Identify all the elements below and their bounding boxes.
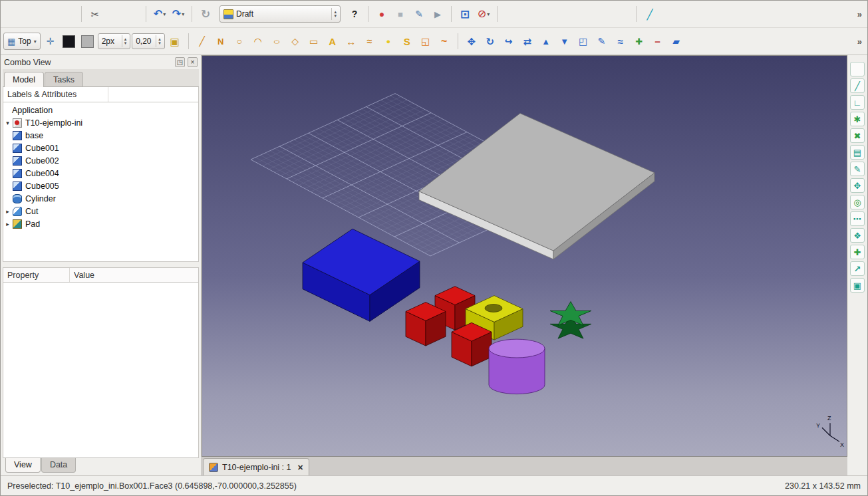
tree-item-label: base (25, 131, 43, 140)
panel-splitter[interactable] (3, 262, 199, 267)
autogroup-icon: ▣ (170, 37, 180, 47)
tab-view[interactable]: View (5, 458, 41, 473)
toolbar-separator (497, 6, 498, 22)
tree-item-label: T10-ejemplo-ini (25, 118, 82, 128)
expander-icon[interactable]: ▸ (3, 208, 12, 215)
object-green-star[interactable] (550, 302, 591, 339)
object-gray-plate[interactable] (419, 113, 654, 259)
tab-data[interactable]: Data (41, 458, 76, 473)
tree-item-icon (13, 118, 22, 128)
toolbar-glyph: ↔ (346, 37, 356, 47)
toolbar-separator (192, 6, 192, 22)
toolbar-glyph: ? (352, 9, 358, 19)
toolbar-glyph: ▲ (541, 37, 550, 46)
property-view-tabs: View Data (3, 458, 199, 475)
property-column-header[interactable]: Property (3, 268, 70, 282)
main-area: Combo View ◳ × Model Tasks Labels & Attr… (1, 55, 867, 475)
combo-spinner-icon[interactable] (331, 8, 337, 20)
toolbar-overflow-icon[interactable]: » (855, 9, 865, 19)
object-red-cube-front[interactable] (452, 322, 492, 366)
freecad-window: ✂ ↶▾↷▾ ↻ Draft ? ●■✎▶ ⊡⊘▾ ╱ (0, 0, 868, 496)
tree-item-label: Cube001 (25, 144, 59, 153)
view-dimensions: 230.21 x 143.52 mm (785, 481, 861, 491)
status-message: Preselected: T10_ejemplo_ini.Box001.Face… (7, 481, 785, 491)
tab-model[interactable]: Model (4, 72, 44, 87)
draft-modify-group: ✥↻↪⇄▲▼◰✎≈✚−▰ (463, 33, 685, 50)
toolbar-glyph: N (217, 37, 223, 46)
close-icon[interactable]: × (298, 462, 303, 473)
toolbar-glyph: ╱ (199, 37, 204, 46)
tree-item-icon (13, 219, 22, 229)
property-table-body (3, 283, 199, 458)
autogroup-button[interactable]: ▣ (166, 33, 184, 50)
toolbar-separator (81, 6, 82, 22)
toolbar-glyph: ✎ (598, 37, 606, 46)
tree-item-label: Cube002 (25, 156, 59, 166)
combo-tabs: Model Tasks (3, 69, 199, 87)
face-color-swatch[interactable] (79, 33, 96, 50)
toolbar-separator (188, 33, 189, 49)
toolbar-separator (458, 33, 458, 49)
tree-item-icon (13, 194, 22, 203)
panel-title: Combo View (4, 58, 172, 67)
toolbar-glyph: ▶ (434, 10, 441, 19)
object-blue-box[interactable] (303, 229, 420, 321)
toolbar-separator (451, 6, 452, 22)
toolbar-glyph: ⊡ (460, 9, 470, 20)
toolbar-glyph: ✖ (854, 132, 861, 140)
right-toolbar: ╱∟✱✖▤✎✥◎⋯❖✚↗▣ (847, 55, 867, 475)
status-bar: Preselected: T10_ejemplo_ini.Box001.Face… (1, 475, 867, 495)
spinner-icon[interactable] (122, 35, 127, 47)
macro-toolbar-group: ●■✎▶ (373, 5, 446, 23)
tree-item-icon (13, 144, 22, 153)
tab-tasks[interactable]: Tasks (45, 72, 83, 86)
property-table-header: Property Value (3, 267, 199, 283)
axis-z-label: Z (827, 415, 831, 422)
workbench-selector[interactable]: Draft (219, 5, 341, 23)
axis-x-label: X (840, 441, 844, 448)
toolbar-separator (146, 6, 146, 22)
tree-item-icon (13, 182, 22, 191)
toolbar-glyph: ❖ (853, 231, 861, 240)
scale-input[interactable]: 0,20 (132, 33, 165, 49)
viewport-3d[interactable]: Z Y X (202, 55, 847, 457)
toolbar-glyph: ╱ (855, 82, 860, 90)
object-red-cube-left[interactable] (406, 303, 446, 346)
camera-views-toolbar-group (502, 5, 631, 23)
line-width-select[interactable]: 2px (98, 33, 131, 49)
toolbar-glyph: ▣ (853, 281, 861, 290)
value-column-header[interactable]: Value (70, 268, 198, 282)
toolbar-glyph: ○ (273, 37, 280, 46)
line-color-swatch[interactable] (61, 33, 78, 50)
toolbar-glyph: ↗ (854, 265, 861, 273)
object-purple-cylinder[interactable] (489, 339, 545, 394)
tree-item-label: Cube004 (25, 169, 59, 178)
toolbar-glyph: − (654, 37, 660, 47)
construction-mode-button[interactable]: ✛ (42, 33, 59, 50)
toolbar-glyph: ✚ (635, 37, 643, 46)
mdi-area: Z Y X T10-ejemplo-ini : 1 × (202, 55, 847, 475)
float-panel-icon[interactable]: ◳ (175, 57, 185, 67)
toolbar-glyph: ⇄ (523, 37, 531, 47)
toolbar-glyph: ≈ (618, 37, 623, 47)
toolbar-overflow-icon[interactable]: » (855, 37, 865, 47)
toolbar-glyph: ■ (398, 10, 403, 19)
undo-toolbar-group: ↶▾↷▾ (151, 5, 187, 23)
close-panel-icon[interactable]: × (188, 57, 198, 67)
tree-item-label: Cut (25, 207, 38, 216)
dropdown-caret-icon: ▾ (34, 39, 37, 45)
tree-item-icon (13, 169, 22, 178)
working-plane-button[interactable]: ▦ Top ▾ (3, 33, 41, 50)
expander-icon[interactable]: ▸ (3, 221, 12, 227)
mdi-tab-document[interactable]: T10-ejemplo-ini : 1 × (203, 458, 309, 475)
expander-icon[interactable]: ▾ (3, 120, 12, 126)
spinner-icon[interactable] (156, 35, 161, 47)
toolbar-glyph: ✥ (854, 182, 861, 190)
toolbar-glyph: ◠ (254, 37, 261, 46)
toolbar-glyph: ● (379, 9, 384, 19)
tree-item-label: Cylinder (25, 194, 56, 203)
dropdown-caret-icon: ▾ (163, 11, 166, 17)
toolbar-glyph: ✎ (854, 165, 861, 174)
toolbar-glyph: ⊘ (478, 9, 486, 19)
document-icon (209, 463, 218, 472)
